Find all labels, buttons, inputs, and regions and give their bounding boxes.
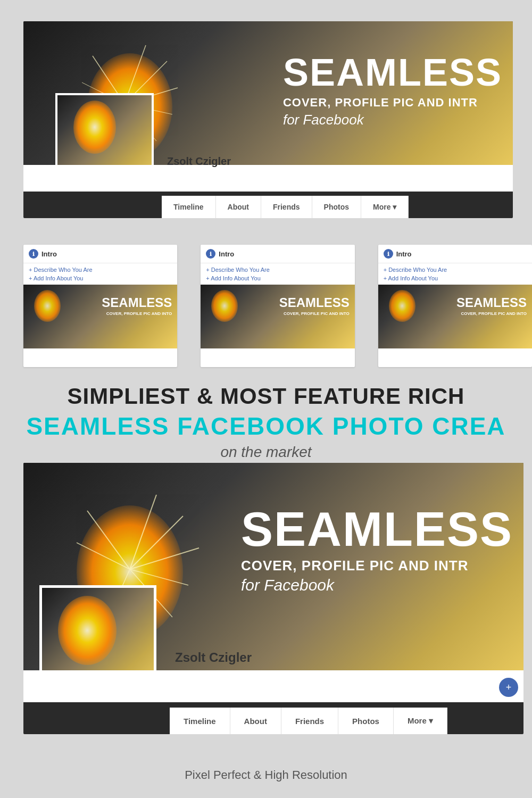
intro-label-2: ℹ Intro [206,249,349,259]
fb-bottom-bar [23,165,513,192]
nav-tab-friends[interactable]: Friends [261,196,312,218]
intro-icon-2: ℹ [206,249,215,259]
cover-subtitle: COVER, PROFILE PIC AND INTR [283,96,502,110]
intro-item-3-2: Add Info About You [384,274,527,282]
preview-image-2: SEAMLESS COVER, PROFILE PIC AND INTO [201,285,354,348]
headline: SIMPLIEST & MOST FEATURE RICH [11,383,521,410]
intro-item-2-2: Add Info About You [206,274,349,282]
preview-card-3: ℹ Intro Describe Who You Are Add Info Ab… [378,245,532,367]
cover-text-block: SEAMLESS COVER, PROFILE PIC AND INTR for… [283,53,502,128]
cover-title: SEAMLESS [283,53,502,92]
mini-sparkler-3-icon [389,290,415,322]
mini-sparkler-1-icon [34,290,61,322]
bottom-nav-tab-friends[interactable]: Friends [281,708,338,734]
intro-item-1-1: Describe Who You Are [29,265,172,274]
preview-card-2-header: ℹ Intro [201,245,354,263]
preview-card-3-header: ℹ Intro [378,245,532,263]
tagline: on the market [11,444,521,461]
bottom-cover-text-block: SEAMLESS COVER, PROFILE PIC AND INTR for… [241,505,513,594]
top-facebook-profile: SEAMLESS COVER, PROFILE PIC AND INTR for… [23,21,513,218]
nav-tab-photos[interactable]: Photos [312,196,361,218]
intro-icon-1: ℹ [29,249,38,259]
profile-sparkler-icon [73,101,116,154]
top-cover-image: SEAMLESS COVER, PROFILE PIC AND INTR for… [23,21,513,192]
intro-icon-3: ℹ [384,249,393,259]
bottom-name-bg [23,670,523,702]
nav-tab-about[interactable]: About [216,196,261,218]
preview-seamless-sub-2: COVER, PROFILE PIC AND INTO [284,311,350,316]
intro-items-1: Describe Who You Are Add Info About You [23,263,177,285]
mini-sparkler-2-icon [211,290,238,322]
preview-cards-row: ℹ Intro Describe Who You Are Add Info Ab… [0,245,532,367]
intro-item-1-2: Add Info About You [29,274,172,282]
blue-button[interactable]: + [499,678,518,697]
preview-seamless-sub-3: COVER, PROFILE PIC AND INTO [461,311,527,316]
top-nav-tabs: Timeline About Friends Photos More ▾ [162,196,409,218]
cover-facebook: for Facebook [283,112,502,128]
bottom-nav-tab-timeline[interactable]: Timeline [170,708,230,734]
intro-label-1: ℹ Intro [29,249,172,259]
subheadline: SEAMLESS FACEBOOK PHOTO CREA [11,412,521,440]
intro-items-2: Describe Who You Are Add Info About You [201,263,354,285]
bottom-cover-image: SEAMLESS COVER, PROFILE PIC AND INTR for… [23,463,523,702]
nav-tab-more[interactable]: More ▾ [361,196,409,218]
bottom-cover-subtitle: COVER, PROFILE PIC AND INTR [241,558,513,574]
footer-caption: Pixel Perfect & High Resolution [0,768,532,782]
middle-text-section: SIMPLIEST & MOST FEATURE RICH SEAMLESS F… [0,372,532,471]
preview-card-1-header: ℹ Intro [23,245,177,263]
intro-item-3-1: Describe Who You Are [384,265,527,274]
bottom-profile-sparkler-icon [58,596,117,665]
profile-name: Zsolt Czigler [167,155,231,168]
bottom-facebook-profile: SEAMLESS COVER, PROFILE PIC AND INTR for… [23,463,523,734]
bottom-nav-tabs: Timeline About Friends Photos More ▾ [170,708,447,734]
bottom-nav-tab-about[interactable]: About [230,708,281,734]
preview-image-1: SEAMLESS COVER, PROFILE PIC AND INTO [23,285,177,348]
preview-seamless-1: SEAMLESS [102,295,172,310]
preview-seamless-sub-1: COVER, PROFILE PIC AND INTO [106,311,172,316]
bottom-cover-facebook: for Facebook [241,576,513,594]
intro-items-3: Describe Who You Are Add Info About You [378,263,532,285]
bottom-profile-name: Zsolt Czigler [175,650,252,665]
preview-seamless-2: SEAMLESS [279,295,350,310]
bottom-nav-tab-photos[interactable]: Photos [338,708,394,734]
preview-image-3: SEAMLESS COVER, PROFILE PIC AND INTO [378,285,532,348]
preview-card-2: ℹ Intro Describe Who You Are Add Info Ab… [201,245,354,367]
preview-card-1: ℹ Intro Describe Who You Are Add Info Ab… [23,245,177,367]
nav-tab-timeline[interactable]: Timeline [162,196,216,218]
preview-seamless-3: SEAMLESS [456,295,527,310]
bottom-cover-title: SEAMLESS [241,505,513,553]
bottom-nav-tab-more[interactable]: More ▾ [394,708,447,734]
intro-label-3: ℹ Intro [384,249,527,259]
intro-item-2-1: Describe Who You Are [206,265,349,274]
